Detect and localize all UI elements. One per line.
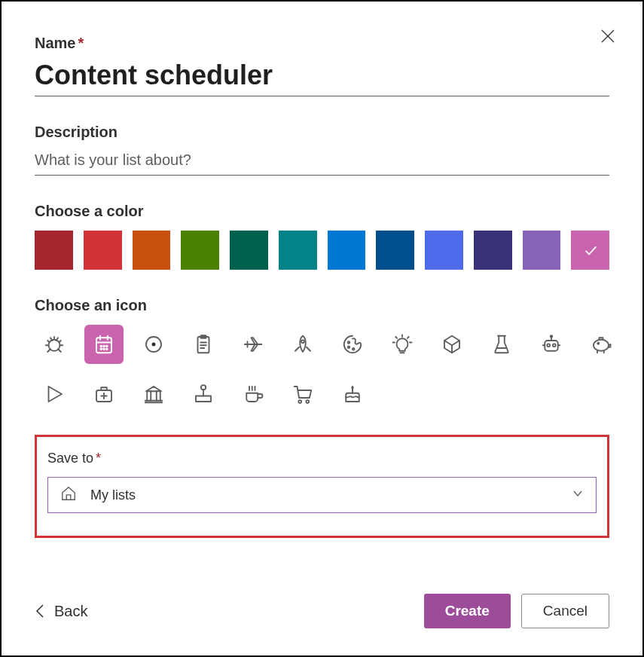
play-icon xyxy=(43,383,66,405)
color-swatch-green[interactable] xyxy=(181,231,219,270)
chevron-left-icon xyxy=(35,603,45,619)
icon-field: Choose an icon xyxy=(35,297,609,414)
icon-option-calendar[interactable] xyxy=(84,325,124,364)
icon-grid xyxy=(35,325,622,414)
color-swatch-red[interactable] xyxy=(84,231,122,270)
icon-option-map-pin[interactable] xyxy=(184,374,223,414)
icon-label: Choose an icon xyxy=(35,297,609,314)
piggybank-icon xyxy=(590,333,612,356)
icon-option-palette[interactable] xyxy=(333,325,372,364)
back-button[interactable]: Back xyxy=(35,603,87,620)
svg-line-37 xyxy=(395,337,397,338)
create-list-dialog: Name* Description Choose a color Choose … xyxy=(0,0,644,657)
beaker-icon xyxy=(490,333,513,356)
color-swatch-purple[interactable] xyxy=(523,231,561,270)
description-input[interactable] xyxy=(35,148,609,176)
close-icon xyxy=(600,29,615,44)
icon-option-cube[interactable] xyxy=(432,325,472,364)
svg-point-21 xyxy=(106,348,108,350)
color-swatch-periwinkle[interactable] xyxy=(425,231,463,270)
bug-icon xyxy=(43,333,66,356)
icon-option-play[interactable] xyxy=(35,374,74,414)
color-swatch-dark-teal[interactable] xyxy=(230,231,268,270)
svg-point-62 xyxy=(306,400,309,403)
save-to-label: Save to* xyxy=(47,451,597,466)
back-label: Back xyxy=(54,603,87,620)
palette-icon xyxy=(341,333,364,356)
cancel-button[interactable]: Cancel xyxy=(521,594,609,628)
svg-line-38 xyxy=(407,337,409,338)
icon-option-cart[interactable] xyxy=(283,374,322,414)
svg-point-32 xyxy=(353,348,355,350)
save-to-dropdown[interactable]: My lists xyxy=(47,477,597,513)
name-input[interactable] xyxy=(35,60,609,96)
svg-marker-50 xyxy=(49,387,63,402)
svg-point-42 xyxy=(547,344,550,347)
icon-option-coffee[interactable] xyxy=(233,374,273,414)
svg-point-43 xyxy=(553,344,556,347)
chevron-down-icon xyxy=(572,487,584,503)
svg-point-61 xyxy=(298,400,301,403)
cart-icon xyxy=(291,383,314,405)
icon-option-clipboard[interactable] xyxy=(184,325,223,364)
bank-icon xyxy=(142,383,165,405)
icon-option-firstaid[interactable] xyxy=(84,374,124,414)
icon-option-rocket[interactable] xyxy=(283,325,322,364)
svg-line-11 xyxy=(59,341,61,343)
calendar-icon xyxy=(93,333,115,356)
clipboard-icon xyxy=(192,333,215,356)
name-label: Name* xyxy=(35,35,609,52)
svg-point-20 xyxy=(103,348,105,350)
robot-icon xyxy=(540,333,563,356)
svg-point-19 xyxy=(100,348,102,350)
lightbulb-icon xyxy=(391,333,414,356)
svg-point-18 xyxy=(106,346,108,347)
svg-point-23 xyxy=(152,343,156,347)
airplane-icon xyxy=(242,333,264,356)
icon-option-cake[interactable] xyxy=(333,374,372,414)
icon-option-piggybank[interactable] xyxy=(581,325,621,364)
color-swatch-row xyxy=(35,231,609,270)
color-label: Choose a color xyxy=(35,203,609,220)
home-icon xyxy=(60,485,77,505)
rocket-icon xyxy=(291,333,314,356)
icon-option-robot[interactable] xyxy=(532,325,571,364)
svg-line-10 xyxy=(47,341,50,343)
color-swatch-dark-red[interactable] xyxy=(35,231,73,270)
svg-point-60 xyxy=(201,385,206,390)
svg-point-30 xyxy=(348,341,350,344)
icon-option-lightbulb[interactable] xyxy=(383,325,422,364)
required-mark: * xyxy=(96,451,101,466)
cake-icon xyxy=(341,383,364,405)
name-field: Name* xyxy=(35,35,609,96)
icon-option-bank[interactable] xyxy=(134,374,173,414)
color-swatch-teal[interactable] xyxy=(279,231,317,270)
svg-point-48 xyxy=(594,340,609,351)
dialog-footer: Back Create Cancel xyxy=(35,594,609,628)
save-to-highlight: Save to* My lists xyxy=(35,435,609,538)
color-swatch-orange[interactable] xyxy=(133,231,171,270)
required-mark: * xyxy=(78,35,84,51)
color-swatch-pink[interactable] xyxy=(571,231,609,270)
coffee-icon xyxy=(242,383,264,405)
save-to-value: My lists xyxy=(90,487,136,503)
icon-option-beaker[interactable] xyxy=(482,325,521,364)
description-field: Description xyxy=(35,124,609,176)
map-pin-icon xyxy=(192,383,215,405)
cube-icon xyxy=(441,333,463,356)
svg-line-9 xyxy=(58,349,61,352)
svg-line-8 xyxy=(47,349,50,352)
svg-point-16 xyxy=(100,346,102,347)
target-icon xyxy=(142,333,165,356)
icon-option-target[interactable] xyxy=(134,325,173,364)
color-swatch-blue[interactable] xyxy=(328,231,366,270)
svg-point-49 xyxy=(597,343,599,344)
create-button[interactable]: Create xyxy=(424,594,511,628)
color-field: Choose a color xyxy=(35,203,609,270)
color-swatch-indigo[interactable] xyxy=(474,231,512,270)
icon-option-bug[interactable] xyxy=(35,325,74,364)
icon-option-airplane[interactable] xyxy=(233,325,273,364)
svg-point-29 xyxy=(301,340,304,343)
close-button[interactable] xyxy=(600,29,615,47)
color-swatch-dark-blue[interactable] xyxy=(376,231,414,270)
